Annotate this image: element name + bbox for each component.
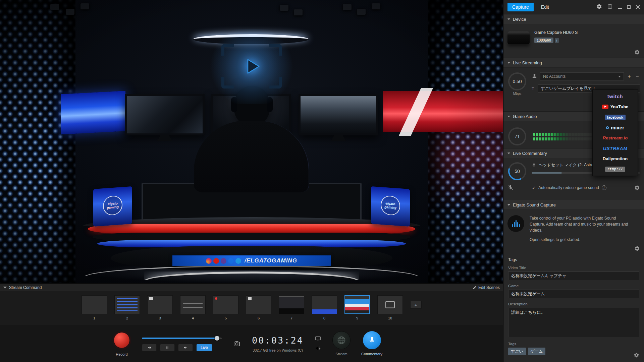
scene-thumbnail[interactable] [180,295,206,314]
accounts-dropdown[interactable]: No Accounts [540,72,624,80]
sound-capture-gear-icon[interactable] [634,246,640,251]
settings-panel: Capture Edit Device Game Capture HD60 S … [503,0,644,362]
ceiling-spotlight [343,4,352,10]
tab-capture[interactable]: Capture [507,3,534,11]
scene-thumbnail[interactable] [246,295,271,314]
game-input[interactable] [508,290,639,298]
scene-thumbnail[interactable] [344,295,370,314]
monitor-screen [301,96,376,133]
device-settings-gear-icon[interactable] [634,49,640,55]
scene-thumbnail[interactable] [147,295,173,314]
collapse-arrow-icon[interactable] [3,287,7,289]
commentary-gauge-group: 50 [507,162,527,180]
add-scene-label: + [415,302,418,308]
pause-button[interactable] [160,344,175,351]
restream-logo: Restream.io [603,135,628,140]
tab-edit[interactable]: Edit [536,3,554,11]
record-button[interactable] [112,331,131,350]
scene-number: 5 [213,316,238,320]
info-button[interactable] [607,4,613,10]
ceiling-spotlight [280,5,288,11]
section-header-live-streaming[interactable]: Live Streaming [503,58,644,68]
stream-command-bar: Stream Command Edit Scenes [0,283,503,291]
badge-info-icon[interactable]: i [555,38,559,43]
speaker-icon[interactable] [314,345,322,351]
edit-scenes-label: Edit Scenes [478,285,500,290]
rewind-button[interactable] [142,344,157,351]
fast-forward-button[interactable] [178,344,193,351]
record-group: Record [112,331,131,356]
account-person-icon [532,73,537,80]
service-restream[interactable]: Restream.io [593,133,638,143]
service-twitch[interactable]: twitch [593,91,638,102]
scene-number: 1 [82,316,107,320]
stream-label: Stream [335,352,347,356]
game-audio-gauge-group: 71 [507,127,527,145]
service-rtmp[interactable]: rtmp:// [593,164,638,174]
tags-settings-gear-icon[interactable] [634,352,639,358]
dailymotion-logo: Dailymotion [603,156,628,161]
slider-knob[interactable] [215,336,219,341]
capture-time: 00:03:24 [252,335,304,346]
desk-panel-left: elgato gaming [93,186,132,227]
service-dailymotion[interactable]: Dailymotion [593,154,638,164]
stream-button[interactable] [332,331,351,349]
maximize-button[interactable] [627,5,631,9]
commentary-gauge: 50 [508,162,526,180]
description-textarea[interactable]: 詳細はこちらに。 [508,308,639,337]
commentary-settings-gear-icon[interactable] [634,185,640,191]
tag-chip[interactable]: すごい [508,348,526,355]
minimize-button[interactable] [618,5,622,9]
monitor-stand [331,135,346,141]
scene-slot-9-selected: 9 [344,295,370,320]
tag-chip[interactable]: ゲーム [528,348,546,355]
mic-device-name: ヘッドセット マイク (2- Astro Mix [539,162,601,168]
scene-thumbnail[interactable] [213,295,238,314]
settings-gear-button[interactable] [596,4,602,10]
remove-account-button[interactable]: − [635,73,640,79]
section-header-sound-capture[interactable]: Elgato Sound Capture [503,200,644,210]
add-scene-button[interactable]: + [410,301,422,309]
scene-slot-6: 6 [246,295,271,320]
stream-command-title: Stream Command [9,285,42,290]
service-facebook[interactable]: facebook [593,112,638,122]
display-icon[interactable] [314,336,322,342]
timeline-slider[interactable] [142,336,222,341]
add-account-button[interactable]: + [627,73,632,79]
scene-thumbnail[interactable] [312,295,337,314]
focus-bracket-icon [269,77,282,88]
auto-reduce-checkbox[interactable]: ✓ [532,185,536,190]
commentary-label: Commentary [361,352,382,356]
device-badges: 1080p60 i [534,38,578,43]
info-icon[interactable]: i [602,185,606,190]
scenes-strip: 1 2 3 4 5 6 7 8 9 10 + [0,291,503,325]
service-mixer[interactable]: mixer [593,122,638,133]
chevron-down-icon [618,76,621,77]
commentary-button[interactable] [363,331,381,349]
mic-icon [368,336,376,344]
mic-mute-icon[interactable] [507,184,513,191]
play-overlay-button[interactable] [221,44,282,88]
edit-scenes-button[interactable]: Edit Scenes [473,285,500,290]
scene-thumbnail[interactable] [82,295,107,314]
scene-slot-5: 5 [213,295,238,320]
scene-thumbnail[interactable] [114,295,140,314]
ustream-logo: USTREAM [603,146,628,151]
section-header-device[interactable]: Device [503,14,644,24]
scene-thumbnail[interactable] [377,295,403,314]
screenshot-button[interactable] [232,340,241,347]
youtube-play-icon [602,105,608,109]
live-button[interactable]: Live [196,344,212,351]
scene-slot-8: 8 [312,295,337,320]
service-ustream[interactable]: USTREAM [593,143,638,154]
video-preview: BROUGHT TO YOU BY: elgato gaming elgato … [0,0,503,283]
info-icon [607,4,613,9]
video-title-input[interactable] [508,272,639,280]
tag-chips: すごい ゲーム [508,348,639,355]
auto-reduce-label[interactable]: Automatically reduce game sound [538,185,599,190]
bitrate-value: 0.50 [513,79,522,84]
ceiling-spotlight [357,9,366,15]
service-youtube[interactable]: YouTube [593,102,638,112]
close-button[interactable] [636,5,640,9]
scene-thumbnail[interactable] [279,295,304,314]
